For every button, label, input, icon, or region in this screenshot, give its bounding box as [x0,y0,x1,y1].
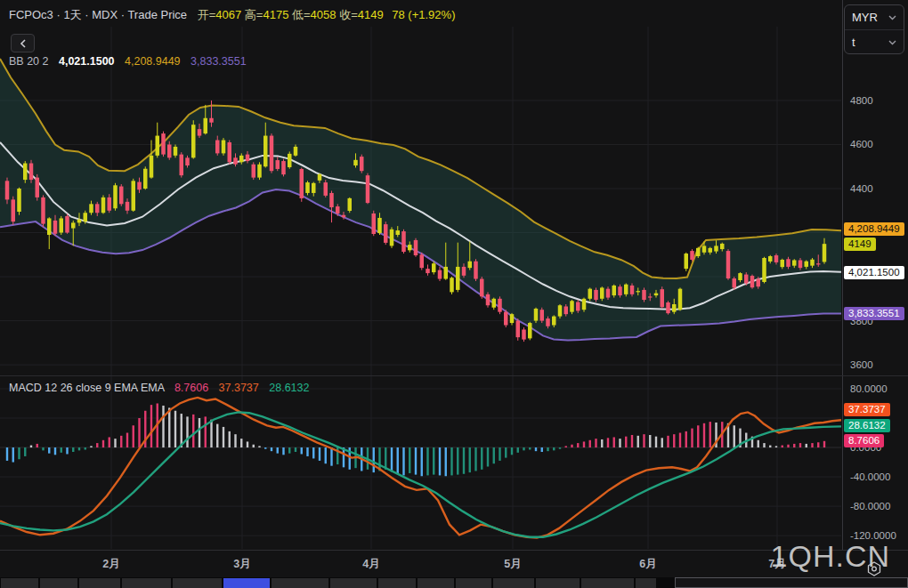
candle-body [161,133,166,155]
bottom-segment[interactable] [493,578,534,588]
bottom-segment[interactable] [330,578,377,588]
macd-histogram-bar [613,437,615,447]
chart-canvas[interactable] [0,0,841,550]
macd-histogram-bar [54,447,56,455]
macd-histogram-bar [282,447,284,455]
candle-body [528,323,532,338]
bottom-segment[interactable] [536,578,580,588]
macd-histogram-bar [463,447,465,474]
bottom-segment[interactable] [581,578,634,588]
month-label[interactable]: 4月 [353,557,389,572]
macd-histogram-bar [295,447,296,452]
pane-divider[interactable] [0,375,908,376]
candle-body [288,154,292,167]
candle-body [318,174,322,181]
macd-histogram-bar [199,418,200,447]
candle-body [720,244,725,249]
axis-tick-label: 4800 [850,95,873,106]
candle-body [594,290,598,300]
month-label[interactable]: 2月 [93,557,129,572]
currency-dropdown[interactable]: MYR [845,5,904,29]
bottom-segment[interactable] [1,578,38,588]
month-label[interactable]: 6月 [630,557,666,572]
bottom-segment[interactable] [40,578,77,588]
candle-body [270,136,274,172]
macd-histogram-bar [192,415,194,447]
range-box[interactable] [675,577,908,588]
candle-body [233,157,238,164]
candle-body [774,255,779,262]
candle-body [101,197,106,213]
month-label[interactable]: 5月 [495,557,531,572]
candle-body [29,164,34,181]
bottom-segment[interactable] [122,578,171,588]
chevron-down-icon [888,40,896,45]
macd-histogram-bar [415,447,417,475]
bottom-segment[interactable] [636,578,656,588]
bottom-scroll-bar[interactable] [0,577,908,588]
bottom-segment[interactable] [378,578,416,588]
macd-histogram-bar [499,447,500,461]
bottom-segment[interactable] [272,578,328,588]
candle-body [474,262,478,279]
candle-body [312,183,316,193]
macd-histogram-bar [174,411,176,447]
macd-line-chip: 37.3737 [844,403,890,416]
macd-histogram-bar [811,443,813,447]
bottom-segment[interactable] [418,578,454,588]
macd-histogram-bar [253,445,255,447]
candle-body [84,213,88,222]
candle-body [498,299,502,312]
candle-body [276,160,280,169]
candle-body [239,156,244,162]
bottom-segment[interactable] [79,578,120,588]
macd-histogram-bar [769,446,771,447]
settings-hexagon-icon[interactable] [864,560,884,578]
candle-body [726,251,731,278]
macd-histogram-bar [258,446,260,447]
candle-body [228,142,232,162]
month-label[interactable]: 3月 [224,557,260,572]
macd-histogram-bar [312,447,314,458]
candle-body [540,310,545,320]
signal-line-chip: 28.6132 [844,419,890,432]
macd-histogram-bar [150,405,152,447]
macd-histogram-bar [553,447,555,450]
macd-histogram-bar [529,447,531,449]
macd-histogram-bar [474,447,476,471]
unit-value: t [852,36,855,49]
macd-histogram-bar [775,446,777,447]
macd-histogram-bar [577,443,579,447]
currency-selector: MYR t [844,4,904,54]
macd-histogram-bar [162,406,164,447]
candle-body [456,267,460,290]
candle-body [612,286,617,295]
bottom-segment[interactable] [173,578,222,588]
chevron-down-icon [888,15,896,20]
bottom-segment[interactable] [456,578,491,588]
macd-histogram-bar [589,440,591,447]
macd-histogram-bar [66,447,68,454]
candle-body [733,278,737,287]
candle-body [462,267,466,276]
price-axis[interactable]: 4800460044003800360080.00000.0000-40.000… [842,0,908,576]
chart-legend-header: FCPOc3 · 1天 · MDX · Trade Price 开=4067 高… [9,7,455,23]
macd-histogram-bar [595,439,596,447]
change-value: 78 (+1.92%) [392,8,455,21]
bb-upper-value: 4,208.9449 [125,55,181,68]
unit-dropdown[interactable]: t [845,29,904,54]
candle-body [738,273,742,280]
back-button[interactable] [11,34,35,52]
macd-histogram-bar [661,438,663,447]
bottom-segment-active[interactable] [223,578,270,588]
candle-body [816,263,821,264]
candle-body [401,231,406,252]
candle-body [408,245,412,250]
candle-body [762,258,766,282]
macd-histogram-bar [799,443,801,447]
candle-body [150,156,154,178]
candle-body [191,125,196,157]
candle-body [636,291,641,292]
candle-body [781,260,785,267]
candle-body [126,202,130,211]
